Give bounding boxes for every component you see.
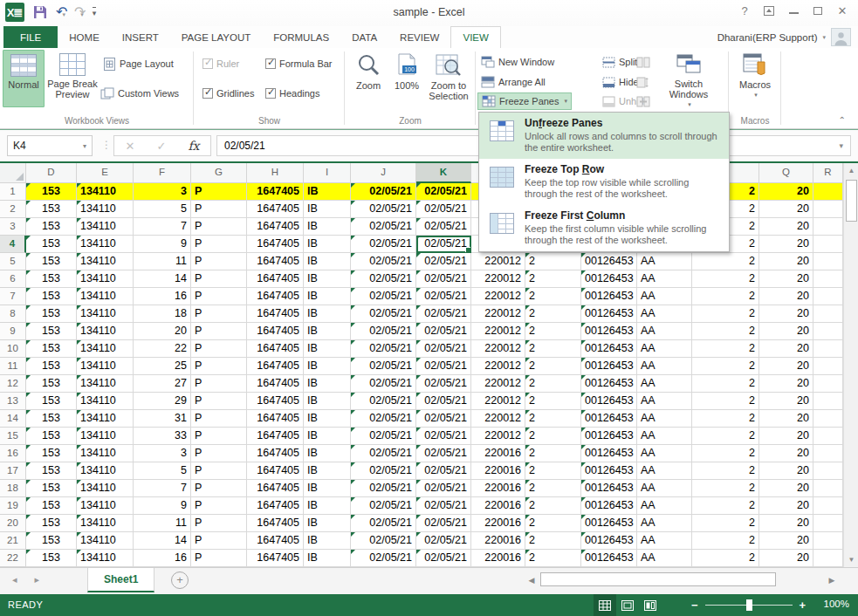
cell-D18[interactable]: 153: [26, 480, 77, 497]
cell-J16[interactable]: 02/05/21: [351, 445, 416, 462]
cell-I2[interactable]: IB: [304, 201, 351, 218]
cell-H9[interactable]: 1647405: [247, 323, 304, 340]
column-header-K[interactable]: K: [416, 163, 471, 183]
cell-F18[interactable]: 7: [134, 480, 191, 497]
cell-I5[interactable]: IB: [304, 253, 351, 270]
cell-E4[interactable]: 134110: [77, 236, 134, 253]
row-header-15[interactable]: 15: [0, 428, 26, 445]
menu-item-unfreeze-panes[interactable]: Unfreeze Panes Unlock all rows and colum…: [479, 113, 729, 159]
view-side-by-side-button[interactable]: [636, 53, 650, 71]
cell-R12[interactable]: [813, 375, 843, 393]
cell-K17[interactable]: 02/05/21: [416, 462, 471, 480]
new-window-button[interactable]: New Window: [481, 53, 554, 71]
sheet-nav-left-icon[interactable]: ◂: [12, 574, 17, 585]
cell-F11[interactable]: 25: [134, 358, 191, 375]
cell-O14[interactable]: AA: [637, 410, 692, 428]
cell-L22[interactable]: 220016: [471, 550, 525, 567]
cell-R22[interactable]: [813, 550, 843, 567]
cell-M22[interactable]: 2: [525, 550, 581, 567]
ruler-checkbox[interactable]: Ruler: [202, 55, 239, 72]
cell-J8[interactable]: 02/05/21: [351, 305, 416, 323]
cell-J19[interactable]: 02/05/21: [351, 497, 416, 515]
help-button[interactable]: ?: [732, 0, 757, 21]
cell-N11[interactable]: 00126453: [581, 358, 637, 375]
cell-H17[interactable]: 1647405: [247, 462, 304, 480]
row-header-12[interactable]: 12: [0, 375, 26, 393]
cell-L19[interactable]: 220016: [471, 497, 525, 515]
cancel-entry-icon[interactable]: ✕: [126, 140, 135, 153]
maximize-button[interactable]: [806, 0, 830, 21]
cell-E19[interactable]: 134110: [77, 497, 134, 515]
cell-Q16[interactable]: 20: [759, 445, 813, 462]
cell-D7[interactable]: 153: [26, 288, 77, 305]
cell-Q5[interactable]: 20: [759, 253, 813, 270]
sheet-tab-sheet1[interactable]: Sheet1: [87, 568, 154, 592]
cell-K14[interactable]: 02/05/21: [416, 410, 471, 428]
cell-G11[interactable]: P: [191, 358, 247, 375]
cell-D11[interactable]: 153: [26, 358, 77, 375]
cell-K7[interactable]: 02/05/21: [416, 288, 471, 305]
tab-formulas[interactable]: FORMULAS: [262, 26, 340, 48]
horizontal-scroll-thumb[interactable]: [540, 572, 776, 586]
cell-P20[interactable]: 2: [692, 515, 759, 532]
cell-E1[interactable]: 134110: [77, 183, 134, 201]
new-sheet-button[interactable]: +: [171, 572, 189, 589]
hide-button[interactable]: Hide: [602, 73, 639, 91]
minimize-button[interactable]: [781, 0, 806, 21]
cell-H13[interactable]: 1647405: [247, 393, 304, 410]
cell-K22[interactable]: 02/05/21: [416, 550, 471, 567]
menu-item-freeze-first-column[interactable]: Freeze First Column Keep the first colum…: [479, 205, 729, 251]
cell-F3[interactable]: 7: [134, 218, 191, 236]
cell-R1[interactable]: [813, 183, 843, 201]
cell-J1[interactable]: 02/05/21: [351, 183, 416, 201]
cell-O9[interactable]: AA: [637, 323, 692, 340]
cell-J5[interactable]: 02/05/21: [351, 253, 416, 270]
tab-insert[interactable]: INSERT: [111, 26, 170, 48]
cell-M9[interactable]: 2: [525, 323, 581, 340]
cell-O13[interactable]: AA: [637, 393, 692, 410]
cell-H16[interactable]: 1647405: [247, 445, 304, 462]
cell-E10[interactable]: 134110: [77, 340, 134, 358]
cell-J2[interactable]: 02/05/21: [351, 201, 416, 218]
cell-F17[interactable]: 5: [134, 462, 191, 480]
row-header-7[interactable]: 7: [0, 288, 26, 305]
switch-windows-button[interactable]: Switch Windows ▾: [661, 50, 717, 118]
arrange-all-button[interactable]: Arrange All: [481, 73, 546, 91]
cell-N12[interactable]: 00126453: [581, 375, 637, 393]
scroll-down-icon[interactable]: ▼: [844, 552, 858, 567]
cell-D17[interactable]: 153: [26, 462, 77, 480]
cell-G2[interactable]: P: [191, 201, 247, 218]
cell-M10[interactable]: 2: [525, 340, 581, 358]
cell-D20[interactable]: 153: [26, 515, 77, 532]
cell-E6[interactable]: 134110: [77, 270, 134, 288]
cell-O10[interactable]: AA: [637, 340, 692, 358]
cell-E3[interactable]: 134110: [77, 218, 134, 236]
cell-Q3[interactable]: 20: [759, 218, 813, 236]
cell-R8[interactable]: [813, 305, 843, 323]
cell-P7[interactable]: 2: [692, 288, 759, 305]
cell-R7[interactable]: [813, 288, 843, 305]
cell-H12[interactable]: 1647405: [247, 375, 304, 393]
split-button[interactable]: Split: [602, 53, 637, 71]
cell-P12[interactable]: 2: [692, 375, 759, 393]
cell-H8[interactable]: 1647405: [247, 305, 304, 323]
column-header-D[interactable]: D: [26, 163, 77, 183]
cell-Q7[interactable]: 20: [759, 288, 813, 305]
zoom-in-icon[interactable]: +: [800, 599, 807, 612]
cell-Q15[interactable]: 20: [759, 428, 813, 445]
cell-D10[interactable]: 153: [26, 340, 77, 358]
row-header-4[interactable]: 4: [0, 236, 26, 253]
cell-K16[interactable]: 02/05/21: [416, 445, 471, 462]
cell-D2[interactable]: 153: [26, 201, 77, 218]
zoom-100-button[interactable]: 100 100%: [388, 50, 425, 118]
cell-D3[interactable]: 153: [26, 218, 77, 236]
cell-L16[interactable]: 220016: [471, 445, 525, 462]
cell-M5[interactable]: 2: [525, 253, 581, 270]
cell-G15[interactable]: P: [191, 428, 247, 445]
row-header-11[interactable]: 11: [0, 358, 26, 375]
cell-R3[interactable]: [813, 218, 843, 236]
cell-D14[interactable]: 153: [26, 410, 77, 428]
cell-O11[interactable]: AA: [637, 358, 692, 375]
normal-view-shortcut[interactable]: [594, 594, 616, 616]
cell-D5[interactable]: 153: [26, 253, 77, 270]
